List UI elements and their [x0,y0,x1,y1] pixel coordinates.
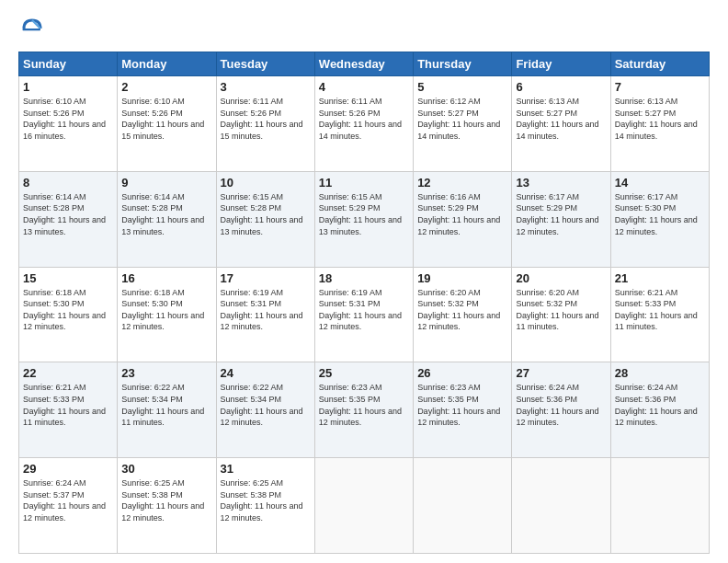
calendar-cell: 10Sunrise: 6:15 AMSunset: 5:28 PMDayligh… [216,171,314,267]
calendar-cell: 18Sunrise: 6:19 AMSunset: 5:31 PMDayligh… [314,267,413,362]
calendar-week-row: 1Sunrise: 6:10 AMSunset: 5:26 PMDaylight… [19,76,710,172]
day-number: 29 [23,462,113,476]
day-info: Sunrise: 6:13 AMSunset: 5:27 PMDaylight:… [615,96,705,142]
day-info: Sunrise: 6:10 AMSunset: 5:26 PMDaylight:… [121,96,211,142]
day-info: Sunrise: 6:12 AMSunset: 5:27 PMDaylight:… [417,96,507,142]
calendar-cell: 5Sunrise: 6:12 AMSunset: 5:27 PMDaylight… [414,76,512,172]
calendar-cell: 23Sunrise: 6:22 AMSunset: 5:34 PMDayligh… [118,362,216,458]
calendar-cell: 6Sunrise: 6:13 AMSunset: 5:27 PMDaylight… [512,76,610,172]
day-number: 7 [615,80,705,94]
day-info: Sunrise: 6:13 AMSunset: 5:27 PMDaylight:… [516,96,606,142]
day-info: Sunrise: 6:25 AMSunset: 5:38 PMDaylight:… [121,477,211,523]
day-info: Sunrise: 6:21 AMSunset: 5:33 PMDaylight:… [23,382,113,428]
calendar-cell: 1Sunrise: 6:10 AMSunset: 5:26 PMDaylight… [19,76,118,172]
calendar-cell: 9Sunrise: 6:14 AMSunset: 5:28 PMDaylight… [118,171,216,267]
day-info: Sunrise: 6:16 AMSunset: 5:29 PMDaylight:… [417,191,507,237]
calendar-header-saturday: Saturday [610,52,709,76]
day-info: Sunrise: 6:24 AMSunset: 5:36 PMDaylight:… [615,382,705,428]
day-info: Sunrise: 6:15 AMSunset: 5:28 PMDaylight:… [221,191,311,237]
day-number: 8 [23,176,113,190]
calendar-cell: 21Sunrise: 6:21 AMSunset: 5:33 PMDayligh… [610,267,709,362]
page: SundayMondayTuesdayWednesdayThursdayFrid… [0,0,728,563]
day-info: Sunrise: 6:10 AMSunset: 5:26 PMDaylight:… [23,96,113,142]
day-number: 27 [516,366,606,380]
day-number: 11 [319,176,409,190]
calendar-header-tuesday: Tuesday [216,52,314,76]
calendar-cell: 19Sunrise: 6:20 AMSunset: 5:32 PMDayligh… [414,267,512,362]
day-info: Sunrise: 6:19 AMSunset: 5:31 PMDaylight:… [319,287,409,333]
day-number: 24 [221,366,311,380]
calendar-cell: 27Sunrise: 6:24 AMSunset: 5:36 PMDayligh… [512,362,610,458]
calendar-week-row: 22Sunrise: 6:21 AMSunset: 5:33 PMDayligh… [19,362,710,458]
calendar-cell: 3Sunrise: 6:11 AMSunset: 5:26 PMDaylight… [216,76,314,172]
day-number: 20 [516,271,606,285]
day-info: Sunrise: 6:21 AMSunset: 5:33 PMDaylight:… [615,287,705,333]
calendar-cell: 7Sunrise: 6:13 AMSunset: 5:27 PMDaylight… [610,76,709,172]
day-number: 25 [319,366,409,380]
day-info: Sunrise: 6:22 AMSunset: 5:34 PMDaylight:… [121,382,211,428]
calendar-cell: 29Sunrise: 6:24 AMSunset: 5:37 PMDayligh… [19,458,118,554]
day-info: Sunrise: 6:18 AMSunset: 5:30 PMDaylight:… [23,287,113,333]
calendar-cell: 15Sunrise: 6:18 AMSunset: 5:30 PMDayligh… [19,267,118,362]
calendar-table: SundayMondayTuesdayWednesdayThursdayFrid… [18,52,710,554]
day-number: 4 [319,80,409,94]
calendar-cell: 31Sunrise: 6:25 AMSunset: 5:38 PMDayligh… [216,458,314,554]
day-info: Sunrise: 6:25 AMSunset: 5:38 PMDaylight:… [221,477,311,523]
calendar-cell: 12Sunrise: 6:16 AMSunset: 5:29 PMDayligh… [414,171,512,267]
calendar-header-thursday: Thursday [414,52,512,76]
calendar-week-row: 15Sunrise: 6:18 AMSunset: 5:30 PMDayligh… [19,267,710,362]
calendar-cell: 8Sunrise: 6:14 AMSunset: 5:28 PMDaylight… [19,171,118,267]
calendar-cell: 13Sunrise: 6:17 AMSunset: 5:29 PMDayligh… [512,171,610,267]
calendar-cell [512,458,610,554]
day-number: 22 [23,366,113,380]
calendar-header-wednesday: Wednesday [314,52,413,76]
day-number: 17 [221,271,311,285]
calendar-header-monday: Monday [118,52,216,76]
day-number: 16 [121,271,211,285]
calendar-header-sunday: Sunday [19,52,118,76]
day-number: 13 [516,176,606,190]
day-number: 2 [121,80,211,94]
day-number: 12 [417,176,507,190]
calendar-cell: 24Sunrise: 6:22 AMSunset: 5:34 PMDayligh… [216,362,314,458]
logo [18,15,50,42]
day-number: 19 [417,271,507,285]
day-number: 1 [23,80,113,94]
calendar-cell: 17Sunrise: 6:19 AMSunset: 5:31 PMDayligh… [216,267,314,362]
day-info: Sunrise: 6:23 AMSunset: 5:35 PMDaylight:… [319,382,409,428]
calendar-cell: 16Sunrise: 6:18 AMSunset: 5:30 PMDayligh… [118,267,216,362]
day-number: 31 [221,462,311,476]
day-number: 9 [121,176,211,190]
day-number: 30 [121,462,211,476]
day-number: 28 [615,366,705,380]
day-number: 14 [615,176,705,190]
calendar-cell: 14Sunrise: 6:17 AMSunset: 5:30 PMDayligh… [610,171,709,267]
day-info: Sunrise: 6:15 AMSunset: 5:29 PMDaylight:… [319,191,409,237]
day-info: Sunrise: 6:23 AMSunset: 5:35 PMDaylight:… [417,382,507,428]
calendar-cell: 2Sunrise: 6:10 AMSunset: 5:26 PMDaylight… [118,76,216,172]
calendar-cell: 22Sunrise: 6:21 AMSunset: 5:33 PMDayligh… [19,362,118,458]
calendar-week-row: 29Sunrise: 6:24 AMSunset: 5:37 PMDayligh… [19,458,710,554]
day-number: 6 [516,80,606,94]
header [18,15,710,42]
calendar-cell: 26Sunrise: 6:23 AMSunset: 5:35 PMDayligh… [414,362,512,458]
calendar-cell: 30Sunrise: 6:25 AMSunset: 5:38 PMDayligh… [118,458,216,554]
day-number: 10 [221,176,311,190]
calendar-header-row: SundayMondayTuesdayWednesdayThursdayFrid… [19,52,710,76]
day-info: Sunrise: 6:11 AMSunset: 5:26 PMDaylight:… [221,96,311,142]
day-number: 15 [23,271,113,285]
calendar-cell [610,458,709,554]
calendar-week-row: 8Sunrise: 6:14 AMSunset: 5:28 PMDaylight… [19,171,710,267]
calendar-cell: 20Sunrise: 6:20 AMSunset: 5:32 PMDayligh… [512,267,610,362]
day-info: Sunrise: 6:20 AMSunset: 5:32 PMDaylight:… [417,287,507,333]
day-info: Sunrise: 6:19 AMSunset: 5:31 PMDaylight:… [221,287,311,333]
day-info: Sunrise: 6:18 AMSunset: 5:30 PMDaylight:… [121,287,211,333]
day-info: Sunrise: 6:17 AMSunset: 5:30 PMDaylight:… [615,191,705,237]
calendar-cell [414,458,512,554]
day-info: Sunrise: 6:24 AMSunset: 5:36 PMDaylight:… [516,382,606,428]
day-info: Sunrise: 6:17 AMSunset: 5:29 PMDaylight:… [516,191,606,237]
day-info: Sunrise: 6:14 AMSunset: 5:28 PMDaylight:… [23,191,113,237]
day-number: 3 [221,80,311,94]
day-info: Sunrise: 6:24 AMSunset: 5:37 PMDaylight:… [23,477,113,523]
day-info: Sunrise: 6:14 AMSunset: 5:28 PMDaylight:… [121,191,211,237]
